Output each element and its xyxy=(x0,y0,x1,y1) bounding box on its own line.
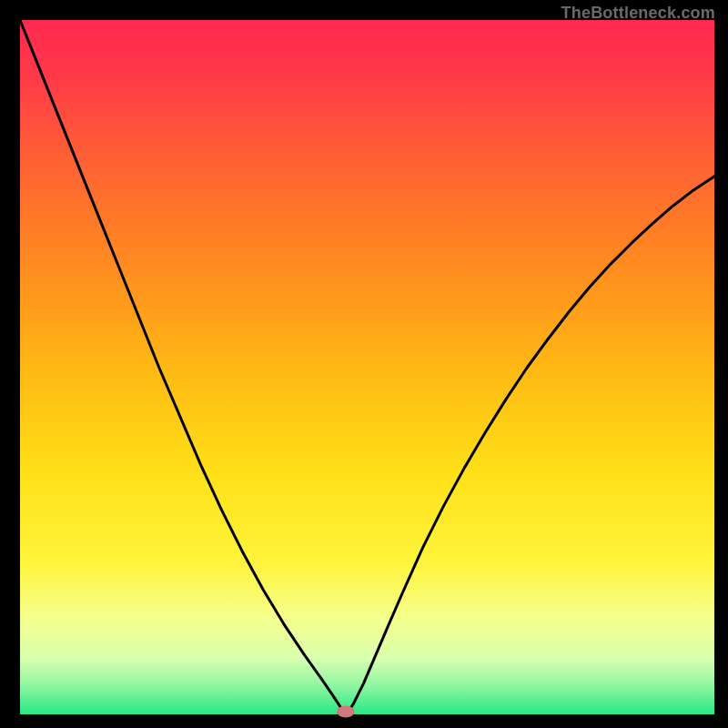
watermark-text: TheBottleneck.com xyxy=(561,4,715,23)
chart-frame: TheBottleneck.com xyxy=(0,0,728,728)
gradient-background xyxy=(20,20,714,714)
optimal-point-marker xyxy=(337,706,355,718)
bottleneck-chart xyxy=(0,0,728,728)
